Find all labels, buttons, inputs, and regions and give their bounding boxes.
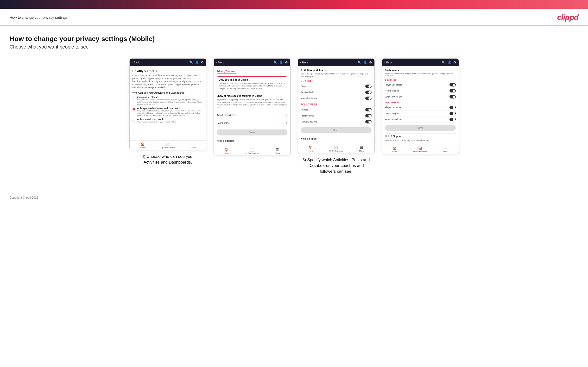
radio-everyone[interactable]: Everyone on Clippd Everyone on Clippd ca…: [132, 96, 203, 105]
performance-icon: 📊: [166, 142, 170, 146]
activities-posts-desc: Select the types of activity that you'd …: [301, 73, 372, 78]
dash-followers-insights-row: Round Insights: [385, 110, 456, 117]
tab-performance-3[interactable]: 📊 My Performance: [323, 146, 349, 152]
radio-label-approved: Only Approved Followers and Your Coach: [137, 107, 203, 109]
save-button-4[interactable]: Save: [385, 125, 456, 131]
radio-label-everyone: Everyone on Clippd: [137, 96, 203, 99]
home-icon: 🏠: [140, 142, 144, 146]
radio-only-you[interactable]: Only You and Your Coach Only you and the…: [132, 118, 203, 123]
tab-bar-1: 🏠 Home 📊 My Performance ☰ Menu: [130, 141, 206, 150]
dash-coaches-player-toggle[interactable]: [450, 83, 456, 86]
back-button-1[interactable]: ‹ Back: [132, 61, 140, 64]
coaches-rounds-label: Rounds: [301, 85, 308, 87]
phone-body-2: Privacy Controls Only You and Your Coach…: [214, 66, 290, 144]
dash-coaches-work-toggle[interactable]: [450, 95, 456, 99]
nav-icons-3: 🔍 👤 ⚙: [358, 60, 372, 64]
tab-performance-label-3: My Performance: [329, 150, 343, 152]
phone-nav-1: ‹ Back 🔍 👤 ⚙: [130, 58, 206, 66]
save-button-3[interactable]: Save: [301, 127, 372, 133]
settings-icon[interactable]: ⚙: [201, 60, 204, 64]
profile-icon-2[interactable]: 👤: [279, 60, 283, 64]
dash-followers-work-toggle[interactable]: [450, 118, 456, 121]
help-desc-4: Visit our Clippd community to troublesho…: [385, 139, 456, 142]
coaches-manual-row: Manual Activities: [301, 95, 372, 101]
help-support-3[interactable]: Help & Support: [301, 136, 372, 142]
radio-approved[interactable]: Only Approved Followers and Your Coach O…: [132, 107, 203, 116]
help-support-4[interactable]: Help & Support: [385, 133, 456, 139]
followers-drills-toggle[interactable]: [365, 114, 372, 117]
search-icon-2[interactable]: 🔍: [273, 60, 277, 64]
back-button-4[interactable]: ‹ Back: [385, 61, 392, 64]
tab-bar-2: 🏠 Home 📊 My Performance ☰ Menu: [214, 146, 290, 155]
radio-label-only-you: Only You and Your Coach: [137, 118, 176, 121]
nav-icons-4: 🔍 👤 ⚙: [442, 60, 456, 64]
coaches-header: COACHES: [301, 80, 372, 82]
followers-rounds-row: Rounds: [301, 107, 372, 113]
settings-icon-4[interactable]: ⚙: [453, 60, 456, 64]
search-icon-4[interactable]: 🔍: [442, 60, 446, 64]
dash-coaches-insights-toggle[interactable]: [450, 89, 456, 92]
menu-icon: ☰: [192, 142, 195, 146]
dash-followers-insights-toggle[interactable]: [450, 112, 456, 115]
profile-icon-4[interactable]: 👤: [448, 60, 451, 64]
tab-menu-3[interactable]: ☰ Menu: [349, 146, 374, 152]
privacy-controls-tab[interactable]: Privacy Controls: [217, 70, 236, 74]
phone-body-1: Privacy Controls Control how you and you…: [130, 66, 206, 138]
help-support-2[interactable]: Help & Support: [217, 138, 287, 144]
search-icon[interactable]: 🔍: [189, 60, 193, 64]
search-icon-3[interactable]: 🔍: [358, 60, 362, 64]
menu-icon-3: ☰: [360, 146, 363, 149]
header-title: How to change your privacy settings: [10, 15, 68, 19]
dash-followers-work-label: What To Work On: [385, 118, 402, 121]
profile-icon-3[interactable]: 👤: [363, 60, 367, 64]
tab-bar-3: 🏠 Home 📊 My Performance ☰ Menu: [298, 144, 374, 153]
tab-home-3[interactable]: 🏠 Home: [298, 146, 323, 152]
save-button-2[interactable]: Save: [217, 129, 287, 135]
tab-home-2[interactable]: 🏠 Home: [214, 148, 239, 154]
dash-followers-player-toggle[interactable]: [450, 106, 456, 109]
chevron-left-icon-2: ‹: [216, 61, 217, 64]
tab-home-label-3: Home: [308, 150, 313, 152]
nav-icons-2: 🔍 👤 ⚙: [273, 60, 288, 64]
home-icon-2: 🏠: [224, 148, 228, 151]
back-button-2[interactable]: ‹ Back: [216, 61, 224, 64]
dashboards-desc: Select the dashboards that you'd like to…: [385, 73, 456, 77]
coaches-manual-label: Manual Activities: [301, 97, 317, 100]
followers-rounds-label: Rounds: [301, 108, 308, 111]
privacy-controls-title: Privacy Controls: [132, 69, 203, 73]
tab-performance-4[interactable]: 📊 My Performance: [408, 146, 433, 153]
activities-posts-item[interactable]: Activities and Posts ›: [217, 111, 287, 119]
coaches-rounds-toggle[interactable]: [365, 84, 372, 88]
phone-nav-4: ‹ Back 🔍 👤 ⚙: [382, 58, 459, 66]
radio-sublabel-everyone: Everyone on Clippd can search for you an…: [137, 99, 203, 105]
tab-home-label: Home: [140, 147, 145, 149]
home-icon-3: 🏠: [309, 146, 313, 149]
radio-circle-everyone: [132, 97, 135, 100]
back-button-3[interactable]: ‹ Back: [300, 61, 308, 64]
tab-performance-label-4: My Performance: [413, 150, 427, 153]
followers-header: FOLLOWERS: [301, 103, 372, 106]
dashboards-item[interactable]: Dashboards ›: [217, 119, 287, 127]
tab-menu-2[interactable]: ☰ Menu: [265, 148, 290, 154]
dash-followers-player-label: Player Dashboard: [385, 106, 402, 108]
tab-home-4[interactable]: 🏠 Home: [382, 146, 408, 153]
followers-manual-toggle[interactable]: [365, 120, 372, 124]
tab-bar-4: 🏠 Home 📊 My Performance ☰ Menu: [382, 145, 459, 154]
phone-body-4: Dashboards Select the dashboards that yo…: [382, 66, 459, 142]
tab-performance-1[interactable]: 📊 My Performance: [155, 142, 181, 149]
followers-manual-row: Manual Activities: [301, 119, 372, 125]
profile-icon[interactable]: 👤: [195, 60, 199, 64]
tab-menu-4[interactable]: ☰ Menu: [433, 146, 459, 153]
settings-icon-3[interactable]: ⚙: [369, 60, 372, 64]
tab-home-1[interactable]: 🏠 Home: [130, 142, 155, 149]
coaches-manual-toggle[interactable]: [365, 97, 372, 100]
settings-icon-2[interactable]: ⚙: [285, 60, 288, 64]
coaches-drills-label: Practice Drills: [301, 91, 314, 93]
coaches-drills-toggle[interactable]: [365, 91, 372, 94]
tab-menu-1[interactable]: ☰ Menu: [181, 142, 206, 149]
step-5-phone4: ‹ Back 🔍 👤 ⚙ Dashboards Select the dashb…: [382, 58, 459, 154]
dashboards-label: Dashboards: [217, 122, 230, 125]
followers-rounds-toggle[interactable]: [365, 108, 372, 111]
tab-performance-2[interactable]: 📊 My Performance: [239, 148, 265, 154]
header: How to change your privacy settings clip…: [0, 9, 588, 25]
